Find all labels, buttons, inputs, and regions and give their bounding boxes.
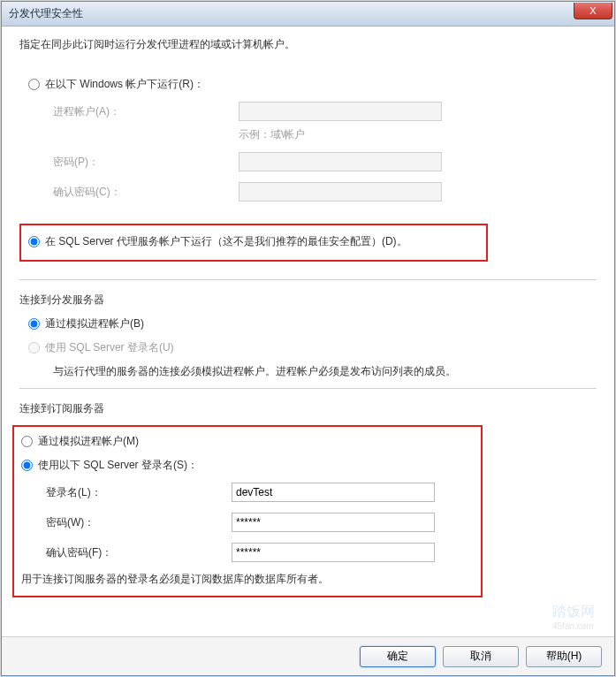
sub-login-fields: 登录名(L)： 密码(W)： 确认密码(F)：	[46, 482, 474, 563]
sub-sqllogin-radio[interactable]	[21, 460, 33, 471]
highlight-box-sql-agent: 在 SQL Server 代理服务帐户下运行（这不是我们推荐的最佳安全配置）(D…	[19, 224, 488, 262]
dist-sqllogin-radio	[28, 342, 40, 354]
dist-impersonate-label: 通过模拟进程帐户(B)	[45, 316, 144, 331]
sub-confirm-password-label: 确认密码(F)：	[46, 545, 232, 560]
button-bar: 确定 取消 帮助(H)	[2, 636, 614, 675]
process-account-input	[239, 102, 442, 121]
divider-2	[19, 388, 597, 389]
window-title: 分发代理安全性	[9, 6, 83, 21]
sub-impersonate-label: 通过模拟进程帐户(M)	[38, 434, 139, 449]
confirm-password-input	[239, 182, 442, 202]
close-icon: X	[589, 5, 596, 16]
highlight-box-subscriber: 通过模拟进程帐户(M) 使用以下 SQL Server 登录名(S)： 登录名(…	[12, 425, 483, 597]
run-sql-agent-radio[interactable]	[28, 236, 40, 247]
titlebar: 分发代理安全性 X	[2, 2, 614, 27]
process-account-label: 进程帐户(A)：	[53, 104, 239, 119]
run-windows-label: 在以下 Windows 帐户下运行(R)：	[45, 77, 204, 92]
connect-subscriber-title: 连接到订阅服务器	[19, 401, 597, 416]
sub-login-input[interactable]	[232, 483, 435, 502]
description-text: 指定在同步此订阅时运行分发代理进程的域或计算机帐户。	[19, 37, 597, 52]
dialog-window: 分发代理安全性 X 指定在同步此订阅时运行分发代理进程的域或计算机帐户。 在以下…	[1, 1, 615, 676]
sub-password-label: 密码(W)：	[46, 515, 232, 530]
run-sql-agent-radio-row[interactable]: 在 SQL Server 代理服务帐户下运行（这不是我们推荐的最佳安全配置）(D…	[28, 234, 479, 249]
sub-note: 用于连接订阅服务器的登录名必须是订阅数据库的数据库所有者。	[21, 572, 474, 587]
dist-sqllogin-radio-row: 使用 SQL Server 登录名(U)	[28, 340, 597, 355]
connect-distributor-section: 连接到分发服务器 通过模拟进程帐户(B) 使用 SQL Server 登录名(U…	[19, 293, 597, 379]
dist-note: 与运行代理的服务器的连接必须模拟进程帐户。进程帐户必须是发布访问列表的成员。	[53, 364, 597, 379]
connect-distributor-title: 连接到分发服务器	[19, 293, 597, 308]
run-sql-agent-label: 在 SQL Server 代理服务帐户下运行（这不是我们推荐的最佳安全配置）(D…	[45, 234, 407, 249]
sub-confirm-password-input[interactable]	[232, 543, 435, 562]
run-windows-radio[interactable]	[28, 79, 40, 90]
confirm-password-label: 确认密码(C)：	[53, 185, 239, 200]
sub-login-label: 登录名(L)：	[46, 485, 232, 500]
windows-fields: 进程帐户(A)： 示例：域\帐户 密码(P)： 确认密码(C)：	[53, 101, 597, 202]
process-account-hint: 示例：域\帐户	[239, 127, 597, 142]
close-button[interactable]: X	[574, 3, 612, 19]
sub-impersonate-radio-row[interactable]: 通过模拟进程帐户(M)	[21, 434, 474, 449]
dist-impersonate-radio[interactable]	[28, 318, 40, 330]
password-input	[239, 152, 442, 171]
connect-subscriber-section: 连接到订阅服务器 通过模拟进程帐户(M) 使用以下 SQL Server 登录名…	[19, 401, 597, 597]
sub-sqllogin-label: 使用以下 SQL Server 登录名(S)：	[38, 458, 198, 473]
sub-sqllogin-radio-row[interactable]: 使用以下 SQL Server 登录名(S)：	[21, 458, 474, 473]
ok-button[interactable]: 确定	[360, 646, 436, 667]
password-label: 密码(P)：	[53, 155, 239, 170]
help-button[interactable]: 帮助(H)	[526, 646, 602, 667]
divider-1	[19, 279, 597, 280]
sub-impersonate-radio[interactable]	[21, 436, 33, 447]
run-windows-radio-row[interactable]: 在以下 Windows 帐户下运行(R)：	[28, 77, 597, 92]
sub-password-input[interactable]	[232, 513, 435, 532]
cancel-button[interactable]: 取消	[443, 646, 519, 667]
dialog-content: 指定在同步此订阅时运行分发代理进程的域或计算机帐户。 在以下 Windows 帐…	[2, 27, 614, 636]
dist-sqllogin-label: 使用 SQL Server 登录名(U)	[45, 340, 174, 355]
run-as-section: 在以下 Windows 帐户下运行(R)： 进程帐户(A)： 示例：域\帐户 密…	[28, 77, 597, 262]
dist-impersonate-radio-row[interactable]: 通过模拟进程帐户(B)	[28, 316, 597, 331]
